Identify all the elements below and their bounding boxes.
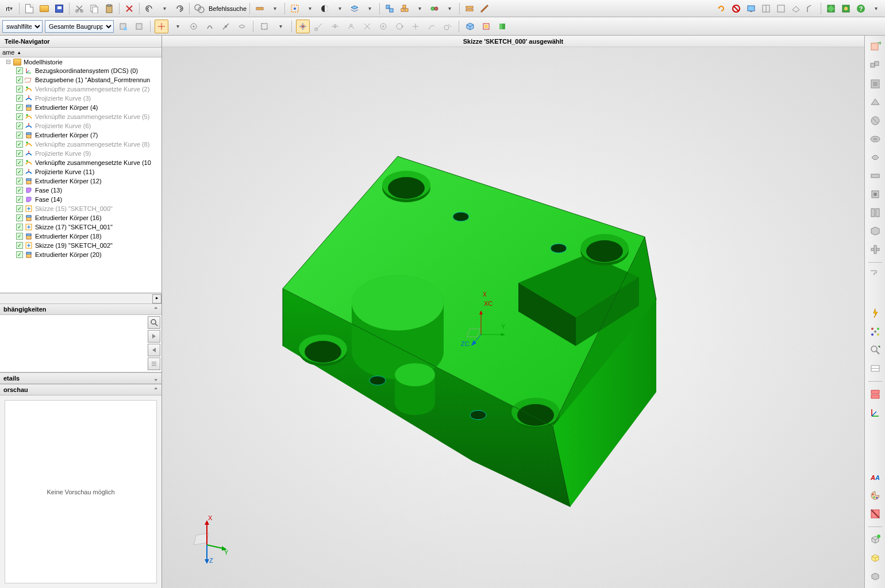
tree-checkbox-icon[interactable]: ✓ <box>16 214 23 221</box>
rt-cube2-icon[interactable] <box>867 550 883 566</box>
tree-checkbox-icon[interactable]: ✓ <box>16 122 23 129</box>
tree-checkbox-icon[interactable]: ✓ <box>16 86 23 93</box>
assembly-button[interactable] <box>398 2 411 16</box>
rt-icon5[interactable] <box>867 113 883 129</box>
copy-button[interactable] <box>87 2 101 16</box>
tree-checkbox-icon[interactable]: ✓ <box>16 233 23 240</box>
delete-button[interactable] <box>122 2 136 16</box>
open-file-button[interactable] <box>37 2 51 16</box>
wireframe-button[interactable] <box>479 20 493 33</box>
tree-item[interactable]: ✓Skizze (15) "SKETCH_000" <box>0 204 161 213</box>
layer-button[interactable] <box>348 2 361 16</box>
tree-checkbox-icon[interactable]: ✓ <box>16 141 23 148</box>
dep-back-button[interactable] <box>148 344 160 356</box>
render-style-button[interactable] <box>318 2 332 16</box>
display-button[interactable] <box>744 2 758 16</box>
dep-forward-button[interactable] <box>148 330 160 343</box>
snap1-icon[interactable] <box>187 20 201 33</box>
rt-lens-icon[interactable] <box>867 342 883 358</box>
refresh-button[interactable] <box>714 2 728 16</box>
snap-end-icon[interactable] <box>312 20 326 33</box>
undo-button[interactable] <box>143 2 156 16</box>
rt-icon12[interactable] <box>867 241 883 258</box>
tree-checkbox-icon[interactable]: ✓ <box>16 150 23 157</box>
view4-button[interactable] <box>804 2 818 16</box>
tree-item[interactable]: ✓Extrudierter Körper (18) <box>0 232 161 241</box>
app2-button[interactable] <box>839 2 853 16</box>
snap-point-button[interactable] <box>296 20 310 33</box>
stop-button[interactable] <box>729 2 743 16</box>
3d-viewport[interactable]: XC X Y ZC X Y Z <box>162 47 864 588</box>
assembly-dropdown[interactable]: ▾ <box>413 2 426 16</box>
tree-item[interactable]: ✓Projizierte Kurve (9) <box>0 149 161 158</box>
constraint-dropdown[interactable]: ▾ <box>442 2 456 16</box>
dep-list-button[interactable] <box>148 358 160 370</box>
filter-btn1[interactable] <box>116 20 130 33</box>
redo-button[interactable] <box>172 2 186 16</box>
tree-item[interactable]: ✓Bezugsebene (1) "Abstand_Formtrennun <box>0 75 161 84</box>
measure-button[interactable] <box>253 2 267 16</box>
tree-item[interactable]: ✓Verknüpfte zusammengesetzte Kurve (5) <box>0 112 161 121</box>
dependencies-header[interactable]: bhängigkeiten ⌃ <box>0 303 161 315</box>
render-dropdown[interactable]: ▾ <box>333 2 347 16</box>
dep-search-button[interactable] <box>148 316 160 329</box>
snap3-icon[interactable] <box>219 20 233 33</box>
tree-item[interactable]: ✓Verknüpfte zusammengesetzte Kurve (2) <box>0 84 161 94</box>
snap-dropdown[interactable]: ▾ <box>171 20 184 33</box>
paste-button[interactable] <box>102 2 116 16</box>
rt-spark-icon[interactable] <box>867 305 883 321</box>
tree-checkbox-icon[interactable]: ✓ <box>16 95 23 102</box>
new-file-button[interactable] <box>22 2 36 16</box>
rt-cube3-icon[interactable] <box>867 568 883 585</box>
preview-header[interactable]: orschau ⌃ <box>0 384 161 395</box>
rt-icon4[interactable] <box>867 94 883 110</box>
tree-item[interactable]: ✓Fase (13) <box>0 186 161 195</box>
rt-cube1-icon[interactable] <box>867 532 883 548</box>
constraint-button[interactable] <box>428 2 441 16</box>
rt-icon8[interactable] <box>867 168 883 184</box>
tree-checkbox-icon[interactable]: ✓ <box>16 205 23 212</box>
rt-mold-icon[interactable] <box>867 386 883 402</box>
window-button[interactable] <box>463 2 476 16</box>
tree-checkbox-icon[interactable]: ✓ <box>16 168 23 175</box>
true-shading-button[interactable] <box>495 20 509 33</box>
rt-font-icon[interactable]: AA <box>867 469 883 485</box>
snap-tan-icon[interactable] <box>441 20 455 33</box>
rt-icon7[interactable] <box>867 149 883 166</box>
tree-item[interactable]: ✓Projizierte Kurve (6) <box>0 121 161 130</box>
undo-dropdown[interactable]: ▾ <box>157 2 171 16</box>
tree-checkbox-icon[interactable]: ✓ <box>16 132 23 139</box>
select-rect-dropdown[interactable]: ▾ <box>274 20 287 33</box>
tree-item[interactable]: ✓Projizierte Kurve (11) <box>0 167 161 176</box>
rt-pattern-icon[interactable] <box>867 324 883 340</box>
snap-cursor-button[interactable] <box>155 20 168 33</box>
wave-link-button[interactable] <box>383 2 397 16</box>
command-finder-icon[interactable] <box>193 2 206 16</box>
tree-checkbox-icon[interactable]: ✓ <box>16 159 23 166</box>
tree-item[interactable]: ✓Extrudierter Körper (7) <box>0 130 161 140</box>
shaded-faces-button[interactable] <box>463 20 477 33</box>
snap-curve-icon[interactable] <box>425 20 438 33</box>
rt-icon11[interactable] <box>867 223 883 239</box>
tree-item[interactable]: ✓Projizierte Kurve (3) <box>0 94 161 103</box>
measure-dropdown[interactable]: ▾ <box>268 2 282 16</box>
cut-button[interactable] <box>72 2 86 16</box>
start-dropdown[interactable]: rt▾ <box>2 2 16 16</box>
tree-checkbox-icon[interactable]: ✓ <box>16 113 23 120</box>
tree-item[interactable]: ✓Extrudierter Körper (4) <box>0 103 161 112</box>
save-file-button[interactable] <box>52 2 66 16</box>
tree-column-header[interactable]: ame▴ <box>0 48 161 57</box>
snap-quad-icon[interactable] <box>393 20 406 33</box>
scroll-right-button[interactable]: ▸ <box>152 294 161 303</box>
rt-df-icon[interactable] <box>867 360 883 376</box>
tree-checkbox-icon[interactable]: ✓ <box>16 196 23 203</box>
rt-section-icon[interactable] <box>867 506 883 522</box>
tree-checkbox-icon[interactable]: ✓ <box>16 104 23 111</box>
tree-item[interactable]: ✓Skizze (17) "SKETCH_001" <box>0 222 161 232</box>
view-fit-button[interactable] <box>288 2 302 16</box>
rt-csys-icon[interactable] <box>867 405 883 421</box>
snap-exist-icon[interactable] <box>409 20 422 33</box>
select-rect-button[interactable] <box>257 20 271 33</box>
help-button[interactable]: ? <box>854 2 868 16</box>
tree-root[interactable]: ⊟ Modellhistorie <box>0 57 161 66</box>
